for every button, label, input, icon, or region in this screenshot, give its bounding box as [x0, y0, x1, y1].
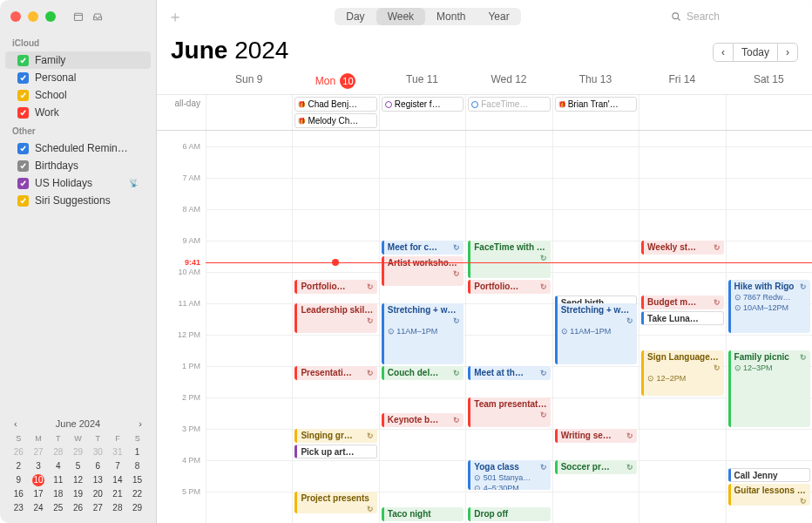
allday-event[interactable]: 🎁Chad Benj…: [294, 97, 376, 112]
zoom-window-icon[interactable]: [45, 11, 56, 22]
calendar-checkbox[interactable]: [17, 90, 29, 101]
mini-day[interactable]: 5: [68, 460, 88, 472]
event[interactable]: Sign Language Club↻⊙ 12–2PM: [641, 350, 723, 396]
day-column[interactable]: Portfolio…↻Leadership skills work…↻Prese…: [292, 131, 378, 523]
allday-cell[interactable]: 🎁Chad Benj…🎁Melody Ch…: [292, 95, 378, 130]
day-column[interactable]: Meet for c…↻Artist workshop…↻Stretching …: [379, 131, 465, 523]
view-month[interactable]: Month: [425, 8, 477, 25]
mini-day[interactable]: 9: [9, 474, 29, 486]
mini-day[interactable]: 4: [48, 460, 68, 472]
event[interactable]: Keynote b…↻: [382, 413, 464, 427]
day-header[interactable]: Thu 13: [552, 70, 639, 94]
event[interactable]: Guitar lessons wi…↻: [728, 484, 810, 506]
next-week-button[interactable]: ›: [777, 43, 798, 62]
mini-day[interactable]: 28: [48, 446, 68, 458]
calendar-list-item[interactable]: Work: [5, 104, 151, 121]
event[interactable]: Call Jenny: [728, 468, 810, 482]
event[interactable]: Presentati…↻: [294, 366, 376, 380]
event[interactable]: Weekly st…↻: [641, 241, 723, 255]
mini-day[interactable]: 12: [68, 474, 88, 486]
mini-day[interactable]: 25: [48, 502, 68, 514]
mini-day[interactable]: 19: [68, 488, 88, 500]
event[interactable]: Hike with Rigo↻⊙ 7867 Redw…⊙ 10AM–12PM: [728, 280, 810, 333]
day-header[interactable]: Fri 14: [639, 70, 725, 94]
event[interactable]: Team presentati…↻: [468, 397, 550, 427]
event[interactable]: Portfolio…↻: [468, 280, 550, 294]
mini-day[interactable]: 26: [68, 502, 88, 514]
calendar-checkbox[interactable]: [17, 178, 29, 189]
event[interactable]: Portfolio…↻: [294, 280, 376, 294]
event[interactable]: Drop off: [468, 507, 550, 521]
inbox-icon[interactable]: [92, 11, 103, 22]
close-window-icon[interactable]: [10, 11, 21, 22]
mini-day[interactable]: 21: [108, 488, 128, 500]
allday-cell[interactable]: Register f…: [379, 95, 465, 130]
calendar-checkbox[interactable]: [17, 143, 29, 154]
allday-event[interactable]: 🎁Brian Tran'…: [555, 97, 637, 112]
calendar-list-item[interactable]: Personal: [5, 69, 151, 86]
calendar-list-item[interactable]: Birthdays: [5, 157, 151, 174]
event[interactable]: Writing se…↻: [555, 429, 637, 443]
mini-day[interactable]: 31: [108, 446, 128, 458]
event[interactable]: Stretching + weights↻⊙ 11AM–1PM: [555, 303, 637, 364]
event[interactable]: Meet at th…↻: [468, 366, 550, 380]
mini-day[interactable]: 3: [29, 460, 49, 472]
calendar-list-item[interactable]: Scheduled Remin…: [5, 139, 151, 157]
prev-week-button[interactable]: ‹: [713, 43, 734, 62]
minimize-window-icon[interactable]: [28, 11, 38, 22]
mini-day[interactable]: 17: [29, 488, 49, 500]
event[interactable]: Meet for c…↻: [382, 241, 464, 255]
mini-day[interactable]: 7: [108, 460, 128, 472]
search-input[interactable]: Search: [671, 10, 802, 23]
allday-cell[interactable]: FaceTime…: [465, 95, 551, 130]
mini-day[interactable]: 6: [88, 460, 108, 472]
view-year[interactable]: Year: [477, 8, 520, 25]
mini-day[interactable]: 20: [88, 488, 108, 500]
mini-day[interactable]: 10: [29, 474, 49, 486]
mini-next-icon[interactable]: ›: [139, 418, 142, 429]
allday-event[interactable]: Register f…: [382, 97, 464, 112]
today-button[interactable]: Today: [734, 43, 777, 62]
calendar-list-item[interactable]: Family: [5, 51, 151, 69]
mini-day[interactable]: 23: [9, 502, 29, 514]
mini-prev-icon[interactable]: ‹: [14, 418, 17, 429]
mini-day[interactable]: 14: [108, 474, 128, 486]
mini-day[interactable]: 11: [48, 474, 68, 486]
calendar-list-item[interactable]: US Holidays📡: [5, 174, 151, 192]
mini-day[interactable]: 29: [68, 446, 88, 458]
calendar-list-item[interactable]: School: [5, 86, 151, 104]
mini-day[interactable]: 24: [29, 502, 49, 514]
mini-day[interactable]: 2: [9, 460, 29, 472]
calendar-checkbox[interactable]: [17, 195, 29, 207]
event[interactable]: Pick up art…: [294, 445, 376, 458]
time-grid[interactable]: 6 AM7 AM8 AM9 AM10 AM11 AM12 PM1 PM2 PM3…: [157, 131, 812, 523]
event[interactable]: Singing gr…↻: [294, 429, 376, 443]
allday-event[interactable]: 🎁Melody Ch…: [294, 113, 376, 128]
event[interactable]: Project presents↻: [294, 492, 376, 513]
event[interactable]: Soccer pr…↻: [555, 460, 637, 474]
event[interactable]: Couch del…↻: [382, 366, 464, 380]
mini-day[interactable]: 29: [127, 502, 147, 514]
calendar-list-item[interactable]: Siri Suggestions: [5, 192, 151, 209]
day-header[interactable]: Tue 11: [379, 70, 465, 94]
day-column[interactable]: [206, 131, 292, 523]
allday-cell[interactable]: [639, 95, 725, 130]
calendar-checkbox[interactable]: [17, 107, 29, 119]
day-column[interactable]: Hike with Rigo↻⊙ 7867 Redw…⊙ 10AM–12PMFa…: [726, 131, 812, 523]
event[interactable]: Artist workshop…↻: [382, 256, 464, 286]
mini-day[interactable]: 1: [127, 446, 147, 458]
day-header[interactable]: Mon 10: [292, 70, 378, 94]
calendar-checkbox[interactable]: [17, 55, 29, 66]
mini-day[interactable]: 26: [9, 446, 29, 458]
mini-day[interactable]: 16: [9, 488, 29, 500]
mini-day[interactable]: 13: [88, 474, 108, 486]
event[interactable]: Taco night: [382, 507, 464, 521]
day-header[interactable]: Sun 9: [206, 70, 292, 94]
mini-day[interactable]: 28: [108, 502, 128, 514]
day-column[interactable]: Weekly st…↻Budget m…↻Take Luna…Sign Lang…: [639, 131, 725, 523]
event[interactable]: Yoga class↻⊙ 501 Stanya…⊙ 4–5:30PM: [468, 460, 550, 490]
mini-day[interactable]: 30: [88, 446, 108, 458]
mini-day[interactable]: 15: [127, 474, 147, 486]
view-day[interactable]: Day: [335, 8, 376, 25]
event[interactable]: Leadership skills work…↻: [294, 303, 376, 333]
